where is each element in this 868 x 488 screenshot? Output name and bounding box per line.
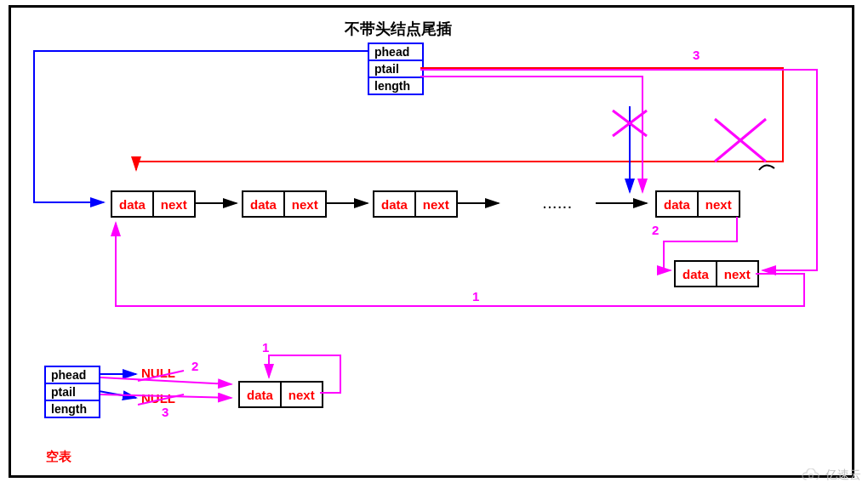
empty-list-label: 空表	[46, 449, 71, 465]
bottom-step-3: 3	[162, 405, 168, 419]
node-2: data next	[242, 190, 327, 218]
cloud-icon	[800, 468, 822, 482]
list-struct-top: phead ptail length	[368, 43, 424, 95]
node-data: data	[657, 192, 699, 216]
field-phead: phead	[369, 44, 422, 61]
node-empty-new: data next	[238, 381, 323, 408]
field-length: length	[369, 78, 422, 94]
node-data: data	[112, 192, 154, 216]
node-1: data next	[111, 190, 196, 218]
diagram-title: 不带头结点尾插	[345, 19, 452, 39]
node-next: next	[699, 192, 739, 216]
node-next: next	[282, 383, 322, 406]
step-1-label: 1	[472, 289, 479, 304]
list-struct-bottom: phead ptail length	[44, 366, 100, 418]
field-ptail: ptail	[369, 61, 422, 78]
node-data: data	[374, 192, 416, 216]
node-next: next	[154, 192, 194, 216]
node-data: data	[243, 192, 285, 216]
field-ptail: ptail	[46, 384, 99, 401]
watermark-text: 亿速云	[825, 468, 861, 483]
node-new: data next	[674, 260, 759, 287]
node-last: data next	[655, 190, 740, 218]
field-length: length	[46, 401, 99, 417]
node-next: next	[285, 192, 325, 216]
field-phead: phead	[46, 367, 99, 384]
bottom-step-1: 1	[262, 340, 269, 355]
node-data: data	[676, 262, 717, 286]
ellipsis: ......	[543, 197, 573, 211]
diagram-frame	[9, 5, 854, 478]
node-next: next	[416, 192, 456, 216]
null-label-2: NULL	[141, 391, 175, 406]
node-next: next	[717, 262, 757, 286]
bottom-step-2: 2	[191, 359, 198, 373]
step-2-label: 2	[652, 223, 659, 237]
node-data: data	[240, 383, 282, 406]
watermark: 亿速云	[800, 468, 861, 483]
null-label-1: NULL	[141, 366, 175, 380]
node-3: data next	[373, 190, 458, 218]
svg-point-14	[809, 474, 813, 478]
step-3-label: 3	[693, 48, 700, 62]
